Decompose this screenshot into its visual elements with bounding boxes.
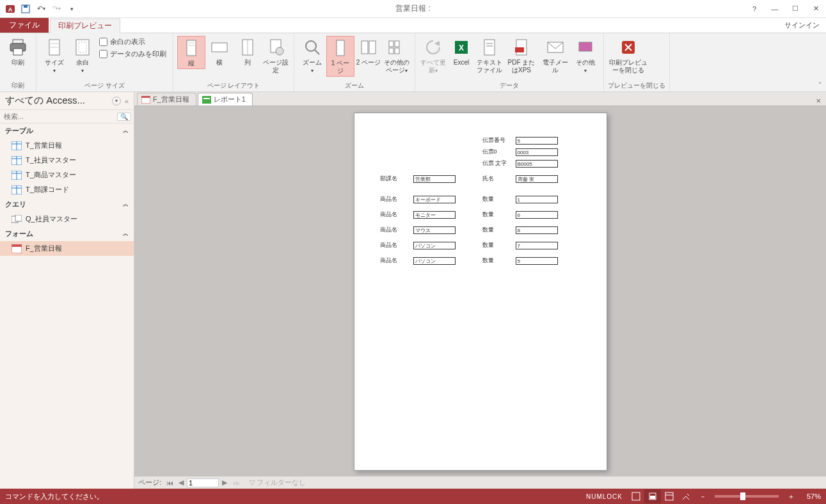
document-tabs: F_営業日報 レポート1 × [134, 92, 826, 106]
svg-rect-59 [141, 96, 150, 98]
data-only-checkbox[interactable]: データのみを印刷 [99, 48, 166, 60]
page-number-input[interactable] [187, 478, 219, 487]
preview-canvas[interactable]: 伝票番号5 伝票00003 伝票 文字B0005 部課名営業部 氏名斉藤 実 商… [134, 106, 826, 476]
table-icon [12, 156, 22, 165]
excel-icon: X [451, 37, 472, 58]
svg-line-21 [315, 50, 319, 54]
nav-item-t-shouhin[interactable]: T_商品マスター [0, 168, 134, 182]
close-icon[interactable]: ✕ [806, 0, 826, 18]
customize-qat-icon[interactable]: ▾ [64, 1, 79, 17]
nav-collapse-icon[interactable]: « [125, 97, 129, 105]
svg-rect-64 [650, 496, 655, 499]
other-export-button[interactable]: その他▾ [571, 36, 600, 76]
save-icon[interactable] [18, 1, 33, 17]
prev-page-button[interactable]: ◀ [175, 478, 187, 487]
chevron-up-icon: ︽ [123, 200, 129, 209]
minimize-icon[interactable]: — [765, 0, 785, 18]
nav-item-f-eigyou[interactable]: F_営業日報 [0, 241, 134, 256]
field-label: 数量 [482, 226, 516, 234]
nav-item-t-bukacode[interactable]: T_部課コード [0, 182, 134, 197]
size-button[interactable]: サイズ▾ [40, 36, 68, 76]
tab-file[interactable]: ファイル [0, 18, 49, 33]
doc-tab-report[interactable]: レポート1 [198, 93, 253, 106]
maximize-icon[interactable]: ☐ [785, 0, 806, 18]
table-icon [12, 171, 22, 180]
filter-icon: ▽ [250, 478, 255, 487]
zoom-out-button[interactable]: － [694, 489, 711, 503]
two-pages-button[interactable]: 2 ページ [354, 36, 383, 68]
last-page-button[interactable]: ⏭ [230, 479, 242, 487]
report-row: 商品名キーボード数量1 [380, 195, 585, 207]
field-value: パソコン [413, 257, 456, 265]
field-label: 商品名 [380, 226, 413, 234]
landscape-button[interactable]: 横 [205, 36, 234, 68]
nav-search-input[interactable] [3, 111, 117, 122]
zoom-percent: 57% [799, 492, 821, 500]
text-file-button[interactable]: テキストファイル [475, 36, 504, 75]
nav-item-t-shain[interactable]: T_社員マスター [0, 153, 134, 168]
view-design-icon[interactable] [678, 489, 694, 503]
show-margin-checkbox[interactable]: 余白の表示 [99, 36, 166, 48]
page-size-icon [44, 37, 65, 58]
svg-rect-38 [579, 42, 592, 51]
field-value: 5 [516, 137, 558, 145]
svg-rect-4 [13, 40, 23, 43]
field-value: 7 [516, 242, 558, 249]
tab-print-preview[interactable]: 印刷プレビュー [50, 19, 120, 33]
printer-icon [8, 37, 28, 58]
field-label: 部課名 [380, 175, 413, 183]
access-app-icon[interactable]: A [3, 1, 18, 17]
portrait-button[interactable]: 縦 [177, 36, 205, 69]
search-icon[interactable]: 🔍 [117, 113, 131, 121]
collapse-ribbon-icon[interactable]: ˄ [818, 81, 822, 90]
columns-button[interactable]: 列 [234, 36, 262, 68]
nav-header: すべての Access... ▾ « [0, 92, 134, 110]
more-pages-button[interactable]: その他のページ▾ [383, 36, 411, 76]
refresh-all-button[interactable]: すべて更新▾ [419, 36, 447, 76]
print-button[interactable]: 印刷 [4, 36, 32, 68]
svg-rect-27 [389, 48, 393, 54]
table-icon [12, 185, 22, 194]
nav-category-queries[interactable]: クエリ︽ [0, 197, 134, 212]
close-tab-icon[interactable]: × [816, 96, 821, 106]
ribbon-group-close: 印刷プレビューを閉じる プレビューを閉じる [604, 33, 670, 91]
pdf-xps-button[interactable]: PDF またはXPS [504, 36, 539, 75]
excel-button[interactable]: X Excel [447, 36, 475, 68]
first-page-button[interactable]: ⏮ [164, 479, 175, 487]
email-button[interactable]: 電子メール [539, 36, 571, 75]
page-setup-icon [266, 37, 286, 58]
sign-in-link[interactable]: サインイン [778, 18, 826, 33]
one-page-button[interactable]: 1 ページ [326, 36, 354, 77]
svg-rect-6 [13, 49, 22, 55]
zoom-slider[interactable] [715, 495, 779, 498]
view-report-icon[interactable] [628, 489, 644, 503]
doc-tab-form[interactable]: F_営業日報 [137, 93, 196, 106]
zoom-in-button[interactable]: ＋ [782, 489, 799, 503]
page-setup-button[interactable]: ページ設定 [262, 36, 290, 75]
margin-button[interactable]: 余白▾ [68, 36, 97, 76]
nav-item-q-shain[interactable]: Q_社員マスター [0, 212, 134, 226]
report-row: 商品名マウス数量8 [380, 226, 585, 237]
zoom-slider-thumb[interactable] [740, 492, 745, 500]
nav-category-tables[interactable]: テーブル︽ [0, 123, 134, 138]
svg-rect-62 [632, 492, 640, 500]
next-page-button[interactable]: ▶ [219, 478, 230, 487]
field-label: 伝票0 [482, 148, 516, 156]
view-print-preview-icon[interactable] [644, 489, 661, 503]
help-icon[interactable]: ? [744, 0, 765, 18]
redo-icon[interactable]: ↷▾ [49, 1, 64, 17]
view-layout-icon[interactable] [661, 489, 678, 503]
undo-icon[interactable]: ↶▾ [33, 1, 49, 17]
close-preview-button[interactable]: 印刷プレビューを閉じる [608, 36, 649, 75]
svg-point-20 [306, 41, 316, 51]
svg-rect-57 [12, 244, 22, 247]
nav-category-forms[interactable]: フォーム︽ [0, 226, 134, 241]
nav-item-t-eigyou[interactable]: T_営業日報 [0, 138, 134, 153]
refresh-icon [423, 37, 443, 58]
text-file-icon [479, 37, 500, 58]
svg-rect-25 [389, 41, 393, 47]
ribbon-tab-strip: ファイル 印刷プレビュー サインイン [0, 18, 826, 33]
field-value: 6 [516, 211, 558, 219]
nav-filter-dropdown-icon[interactable]: ▾ [112, 97, 121, 106]
zoom-button[interactable]: ズーム▾ [298, 36, 326, 76]
